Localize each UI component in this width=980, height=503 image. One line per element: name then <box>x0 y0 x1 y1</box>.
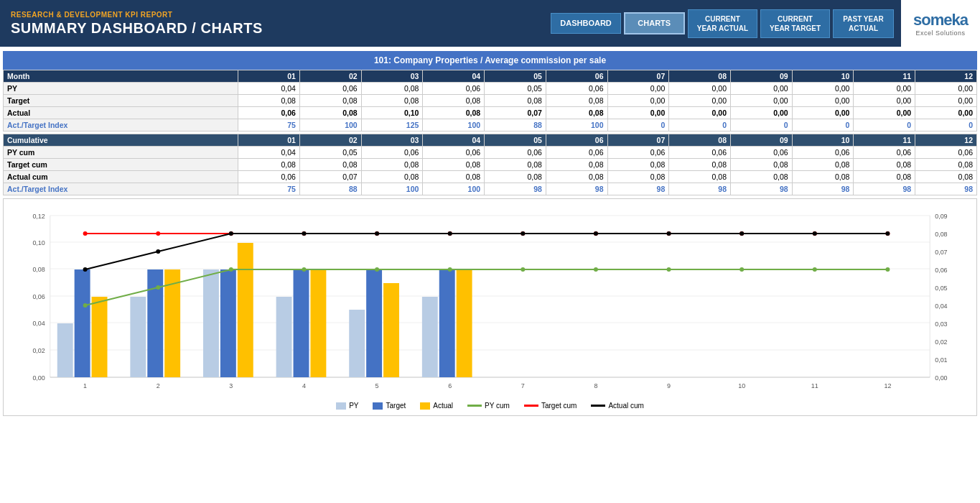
legend-actualcum: Actual cum <box>591 402 643 410</box>
actualcum-dot-8 <box>594 231 598 236</box>
cumulative-table: Cumulative 010203 040506 070809 101112 P… <box>3 134 977 195</box>
legend-pycum-color <box>467 405 482 407</box>
svg-text:6: 6 <box>448 382 452 389</box>
svg-text:7: 7 <box>521 382 525 389</box>
dashboard-button[interactable]: DASHBOARD <box>551 13 621 33</box>
bar-target-5 <box>366 269 382 377</box>
pycum-dot-5 <box>375 267 379 272</box>
svg-text:0,03: 0,03 <box>935 320 947 328</box>
svg-text:1: 1 <box>83 382 87 389</box>
svg-text:5: 5 <box>375 382 379 389</box>
svg-text:0,01: 0,01 <box>935 356 947 364</box>
bar-py-1 <box>57 323 73 377</box>
pycum-dot-7 <box>521 267 525 272</box>
chart-legend: PY Target Actual PY cum Target cum Actua… <box>11 402 969 410</box>
svg-text:4: 4 <box>302 382 306 389</box>
actualcum-dot-3 <box>229 231 233 236</box>
svg-text:0,00: 0,00 <box>935 374 947 382</box>
past-year-actual-button[interactable]: PAST YEARACTUAL <box>833 9 894 38</box>
legend-targetcum-color <box>524 405 538 407</box>
logo: someka Excel Solutions <box>901 0 980 47</box>
svg-text:0,10: 0,10 <box>32 239 45 246</box>
svg-text:8: 8 <box>594 382 597 389</box>
pycum-dot-4 <box>302 267 306 272</box>
svg-text:0,00: 0,00 <box>32 374 45 382</box>
actual-row: Actual 0,060,080,10 0,080,070,08 0,000,0… <box>4 107 977 119</box>
bar-py-6 <box>422 297 438 377</box>
svg-text:0,02: 0,02 <box>935 338 947 346</box>
bar-actual-5 <box>383 283 399 377</box>
bar-target-1 <box>75 269 90 377</box>
actualcum-dot-4 <box>302 231 306 236</box>
pycum-dot-1 <box>83 303 88 308</box>
svg-text:0,12: 0,12 <box>32 213 45 220</box>
bar-actual-3 <box>238 243 253 377</box>
legend-py-color <box>336 402 346 410</box>
actualcum-line <box>85 234 888 269</box>
monthly-header-row: Month 010203 040506 070809 101112 <box>4 70 977 83</box>
svg-text:0,08: 0,08 <box>935 231 947 238</box>
bar-target-4 <box>294 269 309 377</box>
header-left: RESEARCH & DEVELOPMENT KPI REPORT SUMMAR… <box>0 5 551 42</box>
page-title: SUMMARY DASHBOARD / CHARTS <box>11 20 540 37</box>
legend-target: Target <box>373 402 406 410</box>
svg-text:0,06: 0,06 <box>935 267 947 274</box>
svg-text:9: 9 <box>667 382 671 389</box>
svg-text:2: 2 <box>157 382 160 389</box>
actualcum-dot-12 <box>885 231 890 236</box>
header: RESEARCH & DEVELOPMENT KPI REPORT SUMMAR… <box>0 0 980 47</box>
actualcum-dot-6 <box>448 231 452 236</box>
monthly-table: Month 010203 040506 070809 101112 PY 0,0… <box>3 70 977 131</box>
pycum-dot-6 <box>448 267 452 272</box>
targetcum-dot-2 <box>156 231 160 236</box>
svg-text:0,07: 0,07 <box>935 249 947 256</box>
legend-actual-color <box>420 402 430 410</box>
legend-actual: Actual <box>420 402 453 410</box>
bar-py-4 <box>276 297 292 377</box>
target-row: Target 0,080,080,08 0,080,080,08 0,000,0… <box>4 95 977 107</box>
svg-text:11: 11 <box>811 382 818 389</box>
legend-targetcum: Target cum <box>524 402 577 410</box>
legend-pycum-label: PY cum <box>485 402 510 410</box>
legend-targetcum-label: Target cum <box>541 402 577 410</box>
bar-actual-6 <box>457 269 472 377</box>
section-title: 101: Company Properties / Average commis… <box>3 51 977 70</box>
actualcum-dot-1 <box>83 267 88 272</box>
targetcum-dot-1 <box>83 231 88 236</box>
legend-actualcum-color <box>591 405 605 407</box>
legend-actual-label: Actual <box>433 402 453 410</box>
pycum-row: PY cum 0,040,050,06 0,060,060,06 0,060,0… <box>4 147 977 159</box>
legend-pycum: PY cum <box>467 402 510 410</box>
current-year-target-button[interactable]: CURRENTYEAR TARGET <box>760 9 830 38</box>
bar-py-3 <box>203 269 219 377</box>
header-nav: DASHBOARD CHARTS CURRENTYEAR ACTUAL CURR… <box>551 9 901 38</box>
chart-area: 0,00 0,02 0,04 0,06 0,08 0,10 0,12 0,00 … <box>3 198 977 416</box>
pycum-dot-9 <box>667 267 671 272</box>
svg-text:0,04: 0,04 <box>935 303 947 310</box>
col-month: Month <box>4 70 238 83</box>
actualcum-dot-2 <box>156 249 160 254</box>
svg-text:12: 12 <box>884 382 891 389</box>
targetcum-row: Target cum 0,080,080,08 0,080,080,08 0,0… <box>4 159 977 171</box>
legend-py-label: PY <box>349 402 358 410</box>
actualcum-dot-5 <box>375 231 379 236</box>
pycum-dot-12 <box>885 267 890 272</box>
logo-subtitle: Excel Solutions <box>915 29 965 37</box>
svg-text:10: 10 <box>738 382 745 389</box>
svg-text:0,09: 0,09 <box>935 213 947 220</box>
actualcum-row: Actual cum 0,060,070,08 0,080,080,08 0,0… <box>4 171 977 183</box>
actualcum-dot-10 <box>739 231 744 236</box>
bar-target-6 <box>439 269 455 377</box>
svg-text:0,02: 0,02 <box>32 347 45 354</box>
data-tables: Month 010203 040506 070809 101112 PY 0,0… <box>3 70 977 195</box>
bar-target-3 <box>220 269 236 377</box>
report-subtitle: RESEARCH & DEVELOPMENT KPI REPORT <box>11 11 540 19</box>
svg-text:3: 3 <box>229 382 233 389</box>
py-row: PY 0,040,060,08 0,060,050,06 0,000,000,0… <box>4 83 977 95</box>
svg-text:0,06: 0,06 <box>32 293 45 300</box>
bar-actual-4 <box>310 269 326 377</box>
current-year-actual-button[interactable]: CURRENTYEAR ACTUAL <box>688 9 757 38</box>
pycum-dot-3 <box>229 267 233 272</box>
charts-button[interactable]: CHARTS <box>624 12 685 34</box>
monthly-index-row: Act./Target Index 75100125 10088100 000 … <box>4 119 977 131</box>
